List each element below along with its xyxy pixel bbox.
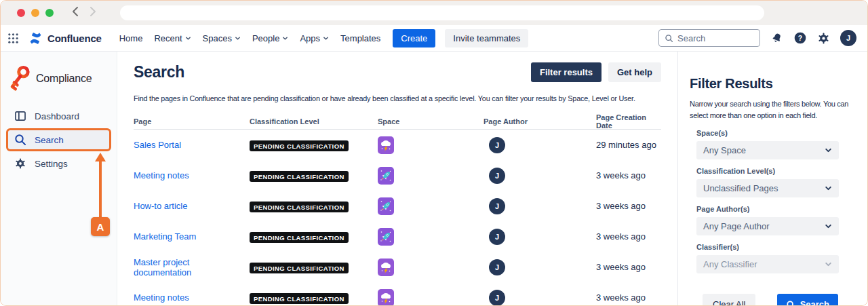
classifier-s-select[interactable]: Any Classifier <box>696 255 839 273</box>
column-header: Page <box>134 117 250 126</box>
compliance-app-name: Compliance <box>36 73 92 85</box>
close-window-button[interactable] <box>17 9 25 17</box>
compliance-app-header: Compliance <box>1 52 117 102</box>
minimize-window-button[interactable] <box>31 9 39 17</box>
sidebar-item-search[interactable]: Search <box>6 128 111 151</box>
page-creation-date: 3 weeks ago <box>596 231 661 242</box>
clear-all-button[interactable]: Clear All <box>703 294 755 306</box>
rocket-icon <box>378 197 484 215</box>
topnav-item-templates[interactable]: Templates <box>340 33 380 43</box>
filter-field-label: Classifier(s) <box>696 243 838 251</box>
menu-item-label: Spaces <box>203 33 232 43</box>
classification-badge: PENDING CLASSIFICATION <box>250 171 349 182</box>
select-value: Unclassified Pages <box>703 183 825 193</box>
results-table-header: PageClassification LevelSpacePage Author… <box>134 113 661 130</box>
filter-field: Page Author(s) Any Page Author <box>690 205 838 235</box>
filter-results-button[interactable]: Filter results <box>531 62 601 82</box>
classification-badge: PENDING CLASSIFICATION <box>250 232 349 243</box>
page-link[interactable]: Meeting notes <box>134 292 250 303</box>
page-link[interactable]: Master project documentation <box>134 257 250 278</box>
page-creation-date: 29 minutes ago <box>596 140 661 150</box>
topnav-item-recent[interactable]: Recent <box>154 33 191 43</box>
page-author-avatar: J <box>489 229 505 245</box>
chevron-down-icon <box>825 261 832 268</box>
space-s-select[interactable]: Any Space <box>696 141 839 159</box>
filter-panel-description: Narrow your search using the filters bel… <box>690 98 850 121</box>
sidebar-item-label: Search <box>35 135 64 145</box>
chevron-down-icon <box>282 35 288 41</box>
url-bar[interactable] <box>120 5 764 20</box>
user-avatar[interactable]: J <box>840 30 856 46</box>
app-switcher-grid-icon[interactable] <box>7 33 19 44</box>
table-row: Meeting notes PENDING CLASSIFICATION J 3… <box>134 282 661 305</box>
create-button[interactable]: Create <box>393 29 435 47</box>
page-author-avatar: J <box>489 259 505 275</box>
global-search-box[interactable] <box>658 29 760 47</box>
select-value: Any Classifier <box>703 259 825 269</box>
browser-forward-icon[interactable] <box>89 6 97 20</box>
top-navigation: Confluence Home Recent Spaces People App… <box>1 25 867 52</box>
page-link[interactable]: How-to article <box>134 201 250 211</box>
filter-field-label: Space(s) <box>696 129 838 137</box>
classification-badge: PENDING CLASSIFICATION <box>250 263 349 273</box>
confluence-logo-icon <box>28 31 43 45</box>
global-search-input[interactable] <box>677 33 754 43</box>
menu-item-label: Apps <box>300 33 320 43</box>
filter-field: Space(s) Any Space <box>690 129 838 159</box>
menu-item-label: Templates <box>340 33 380 43</box>
browser-window: Confluence Home Recent Spaces People App… <box>0 0 868 306</box>
column-header: Page Author <box>484 117 596 126</box>
chevron-down-icon <box>235 35 241 41</box>
compliance-sidebar: Compliance Dashboard Search Settings A <box>1 52 117 305</box>
browser-chrome <box>1 1 867 25</box>
search-icon <box>665 34 673 43</box>
svg-text:?: ? <box>798 35 802 42</box>
menu-item-label: Recent <box>154 33 182 43</box>
chevron-down-icon <box>825 223 832 230</box>
zoom-window-button[interactable] <box>45 9 54 17</box>
notifications-bell-icon[interactable] <box>770 32 783 45</box>
confluence-brand[interactable]: Confluence <box>28 31 102 45</box>
sidebar-item-label: Settings <box>35 159 68 169</box>
topnav-item-apps[interactable]: Apps <box>300 33 329 43</box>
page-title: Search <box>134 63 184 81</box>
browser-back-icon[interactable] <box>71 6 79 20</box>
settings-gear-icon[interactable] <box>817 32 830 45</box>
topnav-item-home[interactable]: Home <box>119 33 143 43</box>
filter-field-label: Classification Level(s) <box>696 167 838 175</box>
page-creation-date: 3 weeks ago <box>596 201 661 211</box>
get-help-button[interactable]: Get help <box>608 62 661 82</box>
results-table: PageClassification LevelSpacePage Author… <box>134 113 661 305</box>
gear-icon <box>14 157 26 170</box>
help-icon[interactable]: ? <box>793 31 807 45</box>
classification-badge: PENDING CLASSIFICATION <box>250 202 349 212</box>
chevron-down-icon <box>185 35 191 41</box>
page-creation-date: 3 weeks ago <box>596 262 661 272</box>
page-author-avatar: J <box>489 137 505 153</box>
filter-field: Classification Level(s) Unclassified Pag… <box>690 167 838 197</box>
sidebar-item-dashboard[interactable]: Dashboard <box>6 106 111 126</box>
column-header: Page Creation Date <box>596 113 661 130</box>
page-link[interactable]: Sales Portal <box>134 140 250 150</box>
search-icon <box>14 134 26 146</box>
page-link[interactable]: Meeting notes <box>134 170 250 180</box>
invite-teammates-button[interactable]: Invite teammates <box>445 29 528 47</box>
page-creation-date: 3 weeks ago <box>596 292 661 303</box>
page-creation-date: 3 weeks ago <box>596 170 661 180</box>
topnav-item-spaces[interactable]: Spaces <box>203 33 241 43</box>
page-author-s-select[interactable]: Any Page Author <box>696 217 839 235</box>
chevron-down-icon <box>825 185 832 192</box>
classification-level-s-select[interactable]: Unclassified Pages <box>696 179 839 197</box>
filter-search-button[interactable]: Search <box>777 294 838 306</box>
page-link[interactable]: Marketing Team <box>134 231 250 242</box>
rocket-icon <box>378 228 484 246</box>
filter-results-panel: Filter Results Narrow your search using … <box>677 52 867 305</box>
topnav-item-people[interactable]: People <box>252 33 288 43</box>
filter-panel-title: Filter Results <box>690 76 838 92</box>
table-row: Meeting notes PENDING CLASSIFICATION J 3… <box>134 160 661 191</box>
chevron-down-icon <box>323 35 329 41</box>
filter-field-label: Page Author(s) <box>696 205 838 213</box>
annotation-arrow-line <box>99 160 102 217</box>
search-icon <box>786 300 795 306</box>
topnav-menu: Home Recent Spaces People Apps Templates <box>119 33 381 43</box>
